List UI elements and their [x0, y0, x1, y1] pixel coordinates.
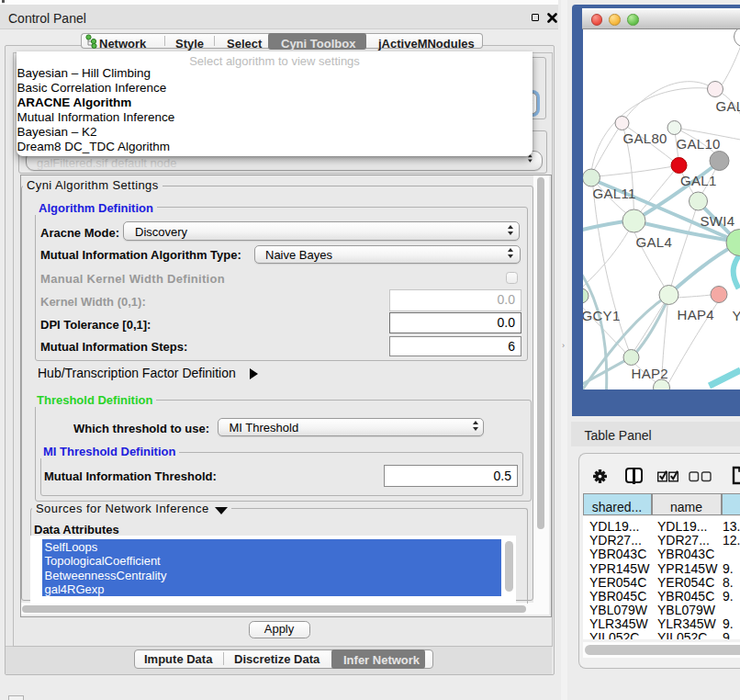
svg-text:Y: Y — [732, 308, 740, 323]
svg-text:GAL1: GAL1 — [680, 173, 717, 188]
svg-text:GAL4: GAL4 — [635, 234, 672, 250]
svg-text:GAL10: GAL10 — [676, 136, 720, 152]
svg-text:HAP4: HAP4 — [677, 307, 713, 322]
svg-text:GAL80: GAL80 — [622, 130, 667, 146]
svg-text:SWI4: SWI4 — [700, 213, 734, 229]
svg-text:GAL: GAL — [715, 98, 740, 114]
svg-text:HAP2: HAP2 — [631, 366, 667, 381]
svg-text:GAL11: GAL11 — [592, 186, 635, 201]
svg-text:GCY1: GCY1 — [583, 308, 621, 323]
